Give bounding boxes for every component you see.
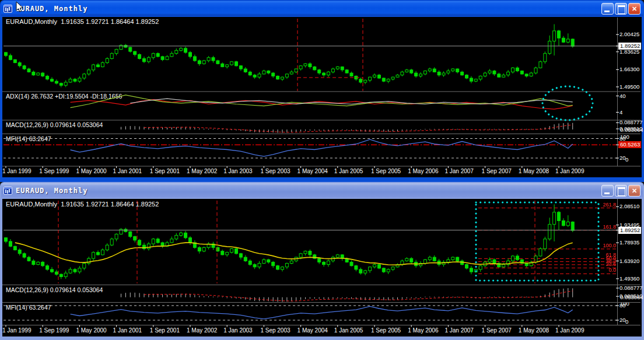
chart-area-top[interactable] bbox=[2, 17, 642, 177]
window-titlebar[interactable]: EURAUD, Monthly bbox=[1, 183, 643, 198]
chart-area-bottom[interactable] bbox=[2, 199, 642, 337]
window-title: EURAUD, Monthly bbox=[16, 5, 88, 13]
close-button[interactable] bbox=[628, 3, 640, 15]
chart-window-top: EURAUD, Monthly bbox=[0, 0, 644, 182]
minimize-button[interactable] bbox=[601, 185, 614, 197]
chart-window-icon[interactable] bbox=[4, 187, 12, 195]
window-title: EURAUD, Monthly bbox=[16, 187, 88, 195]
window-controls bbox=[601, 3, 640, 15]
minimize-button[interactable] bbox=[601, 3, 614, 15]
chart-window-bottom: EURAUD, Monthly bbox=[0, 182, 644, 340]
window-controls bbox=[601, 185, 640, 197]
chart-window-icon[interactable] bbox=[4, 5, 12, 13]
window-titlebar[interactable]: EURAUD, Monthly bbox=[1, 1, 643, 16]
maximize-button[interactable] bbox=[615, 3, 627, 15]
maximize-button[interactable] bbox=[615, 185, 627, 197]
close-button[interactable] bbox=[628, 185, 640, 197]
